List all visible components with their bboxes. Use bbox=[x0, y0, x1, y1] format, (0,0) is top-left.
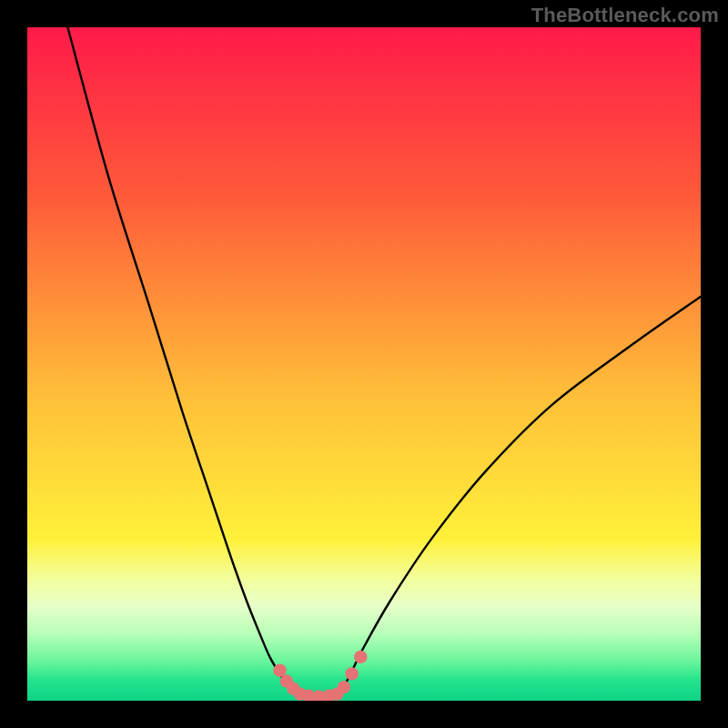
watermark-text: TheBottleneck.com bbox=[531, 4, 719, 27]
curve-marker bbox=[345, 667, 358, 680]
chart-frame: TheBottleneck.com bbox=[0, 0, 728, 728]
curve-markers bbox=[273, 651, 367, 701]
curve-marker bbox=[354, 651, 367, 663]
bottleneck-curve bbox=[67, 27, 701, 697]
curve-layer bbox=[27, 27, 701, 701]
plot-area bbox=[27, 27, 701, 701]
curve-marker bbox=[338, 681, 350, 693]
